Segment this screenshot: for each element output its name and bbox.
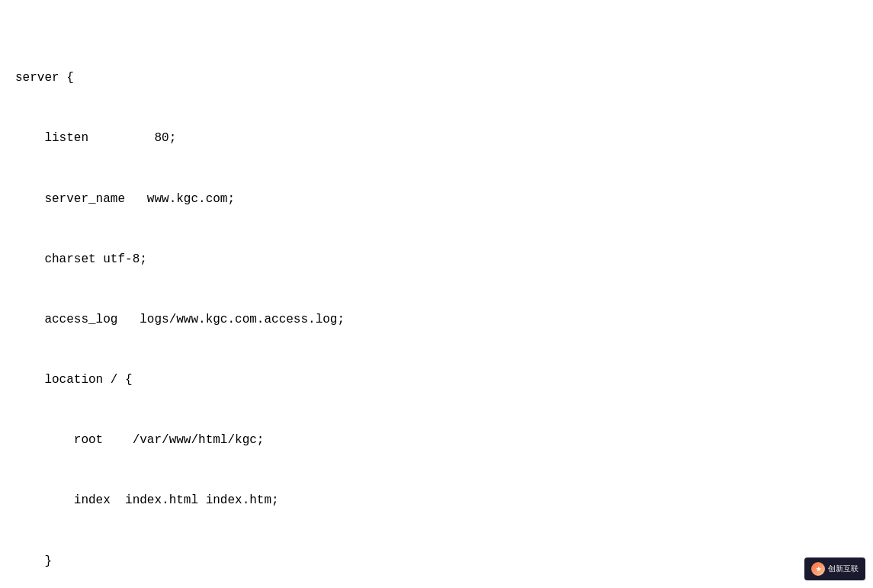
watermark-text: 创新互联 [828,564,859,574]
code-line-9: } [15,551,858,571]
code-block: server { listen 80; server_name www.kgc.… [0,8,873,588]
code-line-8: index index.html index.htm; [15,490,858,510]
watermark: ★ 创新互联 [804,557,865,580]
code-container: server { listen 80; server_name www.kgc.… [0,0,873,588]
code-line-3: server_name www.kgc.com; [15,189,858,209]
code-line-4: charset utf-8; [15,249,858,269]
watermark-icon: ★ [811,562,825,576]
code-line-5: access_log logs/www.kgc.com.access.log; [15,310,858,329]
code-line-6: location / { [15,370,858,390]
code-line-7: root /var/www/html/kgc; [15,430,858,450]
code-line-1: server { [15,68,858,88]
code-line-2: listen 80; [15,128,858,148]
